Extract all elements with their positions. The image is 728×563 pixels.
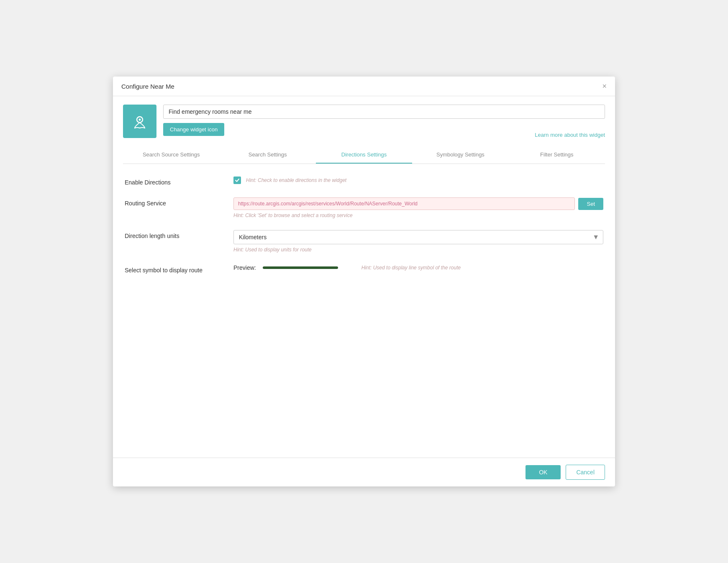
routing-hint: Hint: Click 'Set' to browse and select a… [233,212,603,218]
route-hint: Hint: Used to display line symbol of the… [361,265,461,271]
enable-directions-label: Enable Directions [125,177,233,186]
top-right: Change widget icon [163,105,605,136]
length-units-row: Direction length units Kilometers Miles … [125,230,603,253]
length-units-content: Kilometers Miles Meters Feet ▼ Hint: Use… [233,230,603,253]
ok-button[interactable]: OK [525,465,561,479]
route-symbol-row: Select symbol to display route Preview: … [125,264,603,274]
dialog-footer: OK Cancel [113,458,615,486]
preview-row: Preview: Hint: Used to display line symb… [233,264,603,271]
dialog-title: Configure Near Me [121,83,174,90]
configure-dialog: Configure Near Me × Change widget icon L… [113,77,615,486]
enable-checkbox-row: Hint: Check to enable directions in the … [233,177,603,184]
tab-search-source[interactable]: Search Source Settings [123,146,219,164]
routing-service-row: Routing Service Set Hint: Click 'Set' to… [125,197,603,218]
enable-directions-row: Enable Directions Hint: Check to enable … [125,177,603,186]
dialog-header: Configure Near Me × [113,77,615,96]
tabs-container: Search Source Settings Search Settings D… [123,146,605,164]
learn-more-link[interactable]: Learn more about this widget [535,132,605,138]
set-routing-button[interactable]: Set [578,198,603,210]
tab-search[interactable]: Search Settings [219,146,315,164]
routing-service-label: Routing Service [125,197,233,207]
svg-point-1 [139,119,141,121]
route-symbol-label: Select symbol to display route [125,264,233,274]
route-line-preview[interactable] [263,266,338,269]
length-units-select[interactable]: Kilometers Miles Meters Feet [233,230,603,244]
tab-filter[interactable]: Filter Settings [509,146,605,164]
enable-directions-content: Hint: Check to enable directions in the … [233,177,603,184]
tab-symbology[interactable]: Symbology Settings [412,146,508,164]
length-units-select-wrapper: Kilometers Miles Meters Feet ▼ [233,230,603,244]
routing-url-input[interactable] [233,197,575,210]
length-units-label: Direction length units [125,230,233,239]
enable-hint: Hint: Check to enable directions in the … [246,177,346,183]
routing-input-row: Set [233,197,603,210]
change-icon-button[interactable]: Change widget icon [163,123,224,136]
directions-settings: Enable Directions Hint: Check to enable … [123,177,605,274]
routing-service-content: Set Hint: Click 'Set' to browse and sele… [233,197,603,218]
length-units-hint: Hint: Used to display units for route [233,247,603,253]
dialog-body: Change widget icon Learn more about this… [113,96,615,458]
cancel-button[interactable]: Cancel [566,465,605,480]
widget-icon [123,105,156,138]
close-button[interactable]: × [602,82,607,90]
widget-name-input[interactable] [163,105,605,119]
enable-checkbox[interactable] [233,177,241,184]
preview-label: Preview: [233,264,256,271]
tab-directions[interactable]: Directions Settings [316,146,412,164]
route-symbol-content: Preview: Hint: Used to display line symb… [233,264,603,271]
top-section: Change widget icon Learn more about this… [123,105,605,138]
